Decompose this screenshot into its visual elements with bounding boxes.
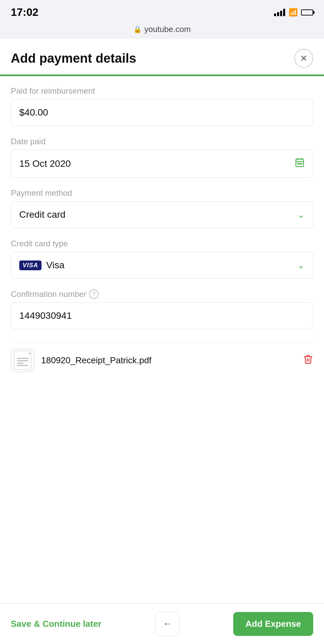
signal-icon (274, 9, 285, 16)
url-text: youtube.com (144, 25, 191, 34)
close-button[interactable]: ✕ (294, 49, 313, 68)
save-continue-later-button[interactable]: Save & Continue later (11, 619, 102, 629)
close-icon: ✕ (300, 54, 307, 63)
confirmation-number-label: Confirmation number ? (11, 289, 313, 299)
payment-method-field-group: Payment method Credit card ⌄ (11, 188, 313, 228)
footer-bar: Save & Continue later ← Add Expense (0, 603, 324, 644)
paid-for-field-group: Paid for reimbursement (11, 86, 313, 126)
wifi-icon: 📶 (289, 8, 298, 17)
svg-point-6 (301, 163, 302, 164)
status-time: 17:02 (11, 6, 38, 19)
confirmation-number-field-group: Confirmation number ? (11, 289, 313, 329)
url-bar: 🔒 youtube.com (0, 22, 324, 39)
content-area: Add payment details ✕ Paid for reimburse… (0, 39, 324, 603)
chevron-down-icon: ⌄ (297, 260, 305, 271)
delete-attachment-icon[interactable] (303, 354, 313, 367)
date-paid-value: 15 Oct 2020 (19, 158, 71, 169)
file-line (17, 365, 28, 366)
file-thumbnail (11, 348, 34, 372)
credit-card-type-value: Visa (46, 260, 64, 271)
status-icons: 📶 (274, 8, 313, 17)
status-bar: 17:02 📶 (0, 0, 324, 22)
visa-badge: VISA (19, 260, 42, 270)
page-title: Add payment details (11, 51, 136, 66)
visa-row: VISA Visa (19, 260, 64, 271)
help-icon[interactable]: ? (89, 289, 99, 299)
file-line (17, 363, 24, 364)
date-paid-input[interactable]: 15 Oct 2020 (11, 150, 313, 178)
svg-point-4 (298, 163, 299, 164)
paid-for-label: Paid for reimbursement (11, 86, 313, 96)
file-name: 180920_Receipt_Patrick.pdf (41, 355, 303, 366)
payment-form: Paid for reimbursement Date paid 15 Oct … (0, 76, 324, 401)
file-line (17, 358, 28, 359)
date-paid-field-group: Date paid 15 Oct 2020 (11, 137, 313, 178)
add-expense-button[interactable]: Add Expense (233, 612, 313, 636)
spacer (11, 377, 313, 391)
file-line (17, 360, 28, 361)
svg-point-5 (299, 163, 300, 164)
battery-icon (301, 9, 313, 16)
credit-card-type-field-group: Credit card type VISA Visa ⌄ (11, 239, 313, 279)
attachment-row: 180920_Receipt_Patrick.pdf (11, 343, 313, 377)
page-header: Add payment details ✕ (0, 39, 324, 68)
chevron-down-icon: ⌄ (297, 210, 305, 220)
confirmation-number-input[interactable] (11, 302, 313, 329)
payment-method-select[interactable]: Credit card ⌄ (11, 201, 313, 228)
lock-icon: 🔒 (133, 25, 142, 33)
file-thumb-inner (14, 351, 31, 370)
paid-for-text-input[interactable] (19, 107, 305, 118)
calendar-icon (295, 157, 305, 170)
payment-method-value: Credit card (19, 209, 65, 220)
back-arrow-icon: ← (163, 618, 172, 629)
back-button[interactable]: ← (155, 612, 180, 636)
confirmation-number-text-input[interactable] (19, 310, 305, 321)
payment-method-label: Payment method (11, 188, 313, 198)
paid-for-input[interactable] (11, 99, 313, 126)
date-paid-label: Date paid (11, 137, 313, 146)
file-lines (17, 358, 28, 366)
credit-card-type-label: Credit card type (11, 239, 313, 248)
credit-card-type-select[interactable]: VISA Visa ⌄ (11, 252, 313, 279)
